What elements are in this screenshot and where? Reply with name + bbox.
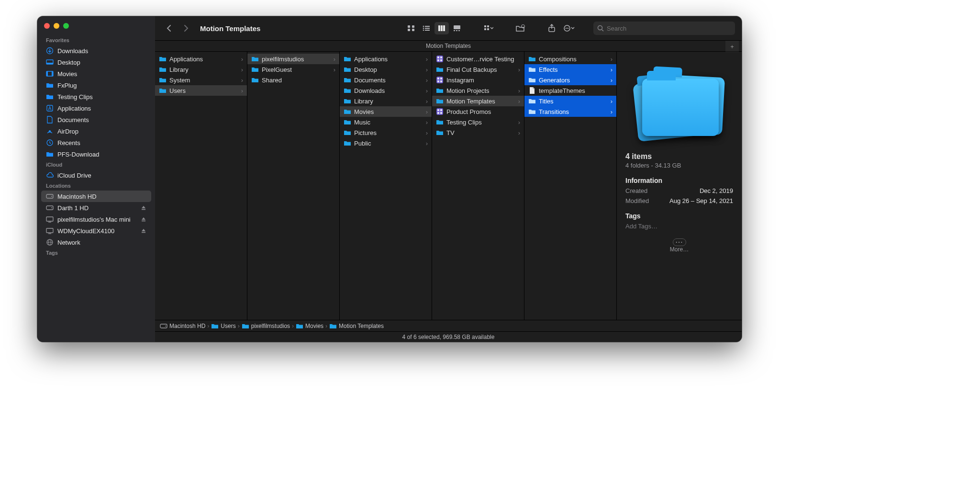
column-row[interactable]: Downloads› <box>340 85 432 96</box>
column-row[interactable]: Final Cut Backups› <box>432 64 524 75</box>
column-row[interactable]: Applications› <box>155 54 247 64</box>
group-by-button[interactable] <box>481 22 496 34</box>
path-bar[interactable]: Macintosh HD›Users›pixelfilmstudios›Movi… <box>155 320 742 331</box>
sidebar-item[interactable]: Documents <box>41 114 151 125</box>
sidebar-item[interactable]: Downloads <box>41 45 151 56</box>
tab-title[interactable]: Motion Templates <box>426 43 471 49</box>
column-row[interactable]: Testing Clips› <box>432 117 524 127</box>
column-row[interactable]: Motion Projects› <box>432 85 524 96</box>
sidebar-item[interactable]: FxPlug <box>41 79 151 91</box>
eject-icon[interactable] <box>141 205 146 211</box>
sidebar-item[interactable]: pixelfilmstudios's Mac mini <box>41 214 151 225</box>
sidebar-item[interactable]: Recents <box>41 137 151 148</box>
new-folder-button[interactable] <box>513 22 527 34</box>
column-row[interactable]: Movies› <box>340 106 432 117</box>
list-view-button[interactable] <box>419 22 434 34</box>
forward-button[interactable] <box>179 22 193 34</box>
column-view-button[interactable] <box>434 22 449 34</box>
eject-icon[interactable] <box>141 216 146 222</box>
column-row[interactable]: Users› <box>155 85 247 96</box>
path-item[interactable]: Movies <box>296 323 323 329</box>
column-0[interactable]: Applications›Library›System›Users› <box>155 52 247 320</box>
row-label: Effects <box>539 66 558 73</box>
column-1[interactable]: pixelfilmstudios›PixelGuest›Shared <box>247 52 340 320</box>
path-item[interactable]: Macintosh HD <box>160 323 205 329</box>
sidebar-item[interactable]: Movies <box>41 68 151 79</box>
column-row[interactable]: Instagram <box>432 75 524 85</box>
column-row[interactable]: Customer…rvice Testing <box>432 54 524 64</box>
eject-icon[interactable] <box>141 228 146 234</box>
sidebar-item[interactable]: Testing Clips <box>41 91 151 102</box>
column-row[interactable]: Library› <box>155 64 247 75</box>
svg-rect-27 <box>412 29 414 31</box>
movies-icon <box>46 70 54 78</box>
column-row[interactable]: Titles› <box>524 96 616 106</box>
minimize-button[interactable] <box>54 23 59 29</box>
column-row[interactable]: TV› <box>432 127 524 138</box>
app-icon <box>436 108 444 115</box>
column-row[interactable]: Generators› <box>524 75 616 85</box>
column-row[interactable]: Pictures› <box>340 127 432 138</box>
svg-rect-33 <box>425 30 430 31</box>
search-field[interactable] <box>593 22 735 35</box>
column-3[interactable]: Customer…rvice TestingFinal Cut Backups›… <box>432 52 524 320</box>
folder-icon <box>251 55 259 63</box>
share-button[interactable] <box>545 22 559 34</box>
svg-rect-36 <box>443 25 445 31</box>
column-row[interactable]: Applications› <box>340 54 432 64</box>
column-row[interactable]: Effects› <box>524 64 616 75</box>
sidebar-item[interactable]: WDMyCloudEX4100 <box>41 225 151 237</box>
new-tab-button[interactable]: ＋ <box>725 41 739 52</box>
column-row[interactable]: Desktop› <box>340 64 432 75</box>
path-item[interactable]: pixelfilmstudios <box>242 323 290 329</box>
chevron-right-icon: › <box>426 87 428 94</box>
sidebar-item[interactable]: AirDrop <box>41 125 151 137</box>
svg-point-30 <box>423 28 424 29</box>
more-icon[interactable]: ⋯ <box>673 238 686 246</box>
sidebar-item[interactable]: Macintosh HD <box>41 191 151 202</box>
chevron-right-icon: › <box>241 66 243 73</box>
sidebar-item[interactable]: Desktop <box>41 56 151 68</box>
column-4[interactable]: Compositions›Effects›Generators›template… <box>524 52 617 320</box>
column-row[interactable]: templateThemes <box>524 85 616 96</box>
back-button[interactable] <box>162 22 176 34</box>
zoom-button[interactable] <box>63 23 69 29</box>
folder-icon <box>242 323 249 329</box>
svg-rect-56 <box>437 59 439 61</box>
path-item[interactable]: Users <box>211 323 235 329</box>
column-row[interactable]: Transitions› <box>524 106 616 117</box>
add-tags-field[interactable]: Add Tags… <box>625 223 733 230</box>
column-row[interactable]: Public› <box>340 138 432 148</box>
sidebar-item-label: Darth 1 HD <box>57 204 89 212</box>
column-row[interactable]: Compositions› <box>524 54 616 64</box>
path-item[interactable]: Motion Templates <box>329 323 384 329</box>
disk-icon <box>46 192 54 200</box>
close-button[interactable] <box>44 23 50 29</box>
column-row[interactable]: Music› <box>340 117 432 127</box>
row-label: PixelGuest <box>262 66 292 73</box>
folder-icon <box>159 87 167 94</box>
column-row[interactable]: System› <box>155 75 247 85</box>
column-row[interactable]: pixelfilmstudios› <box>247 54 339 64</box>
folder-icon <box>344 97 351 105</box>
sidebar-item[interactable]: Darth 1 HD <box>41 202 151 214</box>
icon-view-button[interactable] <box>404 22 418 34</box>
sidebar-item[interactable]: iCloud Drive <box>41 169 151 181</box>
column-row[interactable]: Product Promos <box>432 106 524 117</box>
svg-rect-67 <box>440 112 442 114</box>
search-input[interactable] <box>607 25 731 32</box>
column-row[interactable]: Documents› <box>340 75 432 85</box>
column-row[interactable]: PixelGuest› <box>247 64 339 75</box>
column-row[interactable]: Shared <box>247 75 339 85</box>
gallery-view-button[interactable] <box>450 22 464 34</box>
sidebar-item[interactable]: AApplications <box>41 102 151 114</box>
more-label[interactable]: More… <box>625 246 733 253</box>
sidebar-item[interactable]: PFS-Download <box>41 148 151 160</box>
column-2[interactable]: Applications›Desktop›Documents›Downloads… <box>340 52 432 320</box>
action-menu-button[interactable] <box>562 22 576 34</box>
column-row[interactable]: Motion Templates› <box>432 96 524 106</box>
chevron-right-icon: › <box>207 323 209 329</box>
column-row[interactable]: Library› <box>340 96 432 106</box>
sidebar-item[interactable]: Network <box>41 237 151 248</box>
folder-icon <box>296 323 303 329</box>
